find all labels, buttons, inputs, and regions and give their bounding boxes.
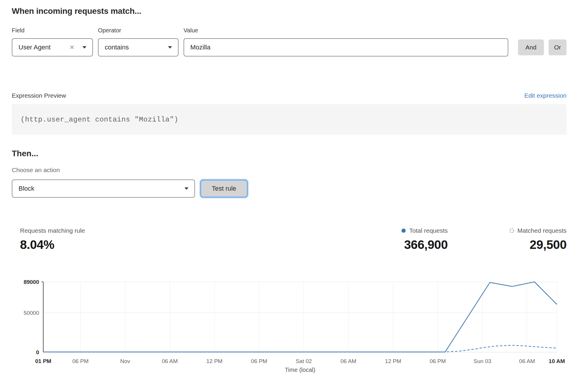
expression-code-block: (http.user_agent contains "Mozilla") [12, 104, 567, 135]
svg-text:06 PM: 06 PM [430, 358, 446, 364]
clear-icon[interactable]: ✕ [69, 44, 74, 50]
value-input-text: Mozilla [190, 44, 210, 51]
or-button[interactable]: Or [549, 39, 567, 55]
legend-stats: Total requests 366,900 Matched requests … [401, 227, 567, 252]
svg-text:06 PM: 06 PM [72, 358, 89, 364]
svg-text:Nov: Nov [120, 358, 130, 364]
field-label: Field [12, 27, 93, 34]
svg-text:12 PM: 12 PM [206, 358, 223, 364]
stats-row: Requests matching rule 8.04% Total reque… [12, 227, 567, 252]
stat-matched-requests: Matched requests 29,500 [509, 227, 567, 252]
stat-matching-rule: Requests matching rule 8.04% [20, 227, 85, 252]
field-select-value: User Agent [19, 44, 51, 51]
action-row: Block Test rule [12, 179, 567, 198]
total-requests-legend: Total requests [401, 227, 448, 234]
rule-builder-row: Field User Agent ✕ Operator contains Val… [12, 27, 567, 56]
matched-requests-label: Matched requests [517, 227, 567, 234]
matching-rule-label: Requests matching rule [20, 227, 85, 234]
field-select[interactable]: User Agent ✕ [12, 38, 93, 56]
svg-text:12 PM: 12 PM [385, 358, 401, 364]
action-select-value: Block [19, 185, 34, 192]
total-requests-label: Total requests [409, 227, 448, 234]
svg-text:06 AM: 06 AM [341, 358, 357, 364]
svg-text:01 PM: 01 PM [35, 358, 51, 364]
svg-text:10 AM: 10 AM [549, 358, 565, 364]
requests-chart: 0500008900001 PM06 PMNov06 AM12 PM06 PMS… [20, 278, 567, 377]
requests-chart-svg: 0500008900001 PM06 PMNov06 AM12 PM06 PMS… [20, 278, 567, 376]
action-select[interactable]: Block [12, 179, 195, 198]
svg-text:06 AM: 06 AM [519, 358, 535, 364]
svg-text:0: 0 [36, 349, 39, 355]
value-label: Value [184, 27, 508, 34]
and-button[interactable]: And [518, 39, 544, 55]
solid-dot-icon [401, 228, 406, 233]
choose-action-label: Choose an action [12, 167, 567, 174]
page-title: When incoming requests match... [12, 6, 567, 16]
expression-preview-label: Expression Preview [12, 92, 66, 99]
test-rule-button[interactable]: Test rule [201, 181, 246, 196]
operator-select[interactable]: contains [98, 38, 179, 56]
expression-code: (http.user_agent contains "Mozilla") [21, 116, 178, 124]
svg-text:50000: 50000 [24, 310, 39, 316]
value-column: Value Mozilla [184, 27, 508, 56]
operator-label: Operator [98, 27, 179, 34]
svg-text:Sun 03: Sun 03 [474, 358, 491, 364]
svg-text:89000: 89000 [24, 279, 39, 285]
rule-tester-page: When incoming requests match... Field Us… [0, 0, 588, 377]
chevron-down-icon[interactable] [168, 46, 172, 49]
chevron-down-icon[interactable] [184, 187, 189, 190]
svg-text:06 AM: 06 AM [162, 358, 178, 364]
edit-expression-link[interactable]: Edit expression [524, 92, 567, 99]
connector-buttons: And Or [518, 39, 567, 55]
matching-rule-value: 8.04% [20, 238, 85, 252]
matched-requests-value: 29,500 [509, 238, 567, 252]
stat-total-requests: Total requests 366,900 [401, 227, 448, 252]
operator-select-value: contains [105, 44, 129, 51]
total-requests-value: 366,900 [401, 238, 448, 252]
chevron-down-icon[interactable] [82, 46, 87, 49]
svg-text:06 PM: 06 PM [251, 358, 267, 364]
field-column: Field User Agent ✕ [12, 27, 93, 56]
svg-text:Time (local): Time (local) [285, 367, 315, 373]
dashed-circle-icon [509, 228, 514, 233]
expression-header-row: Expression Preview Edit expression [12, 92, 567, 99]
value-input[interactable]: Mozilla [184, 38, 508, 56]
operator-column: Operator contains [98, 27, 179, 56]
then-heading: Then... [12, 149, 567, 158]
matched-requests-legend: Matched requests [509, 227, 567, 234]
svg-text:Sat 02: Sat 02 [296, 358, 312, 364]
